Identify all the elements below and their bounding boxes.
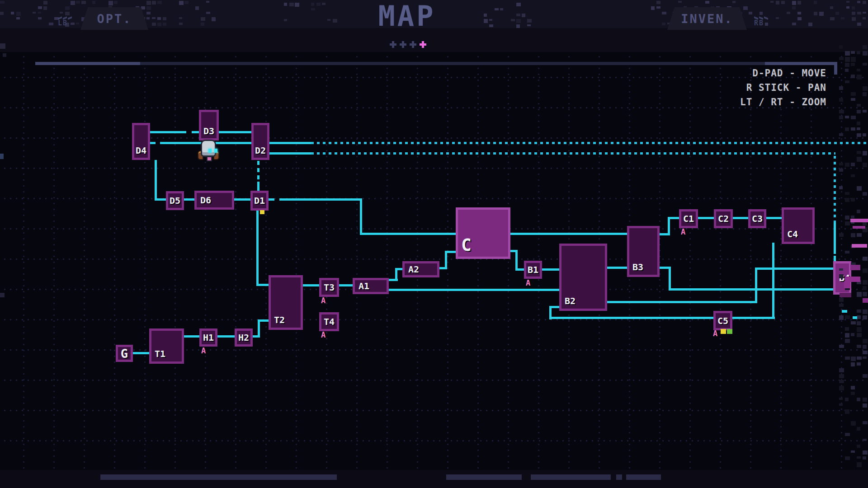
screen-edge-glitch [851, 392, 855, 395]
room-D6[interactable]: D6 [194, 191, 234, 210]
room-B1[interactable]: B1 [524, 261, 542, 279]
room-A2[interactable]: A2 [402, 261, 439, 277]
room-C[interactable]: C [456, 207, 510, 259]
room-C3[interactable]: C3 [748, 209, 766, 228]
a-marker-B1: A [526, 279, 530, 287]
room-label-D3: D3 [203, 127, 214, 136]
rb-label: RB [754, 21, 775, 25]
player-marker [198, 140, 219, 166]
screen-edge-glitch [0, 293, 5, 297]
a-marker-H1: A [201, 347, 206, 355]
screen-edge-glitch [857, 69, 860, 71]
room-B2[interactable]: B2 [559, 244, 607, 311]
screen-edge-glitch [857, 357, 862, 360]
room-C1[interactable]: C1 [679, 209, 698, 228]
screen-edge-glitch [851, 386, 855, 389]
map-corridor-line [269, 152, 311, 155]
room-G[interactable]: G [116, 345, 133, 362]
page-dot-active [420, 41, 426, 48]
header-glitch-pixels [33, 12, 36, 14]
header-glitch-pixels [651, 6, 655, 10]
screen-edge-glitch [857, 321, 861, 325]
header-glitch-pixels [814, 12, 817, 15]
screen-edge-glitch [857, 210, 860, 213]
screen-edge-glitch [857, 462, 862, 467]
map-screen: LB OPT. MAP INVEN. RB D-PAD - MOVE R STI… [0, 0, 868, 488]
screen-edge-glitch [839, 274, 844, 278]
room-D4[interactable]: D4 [132, 123, 150, 160]
map-frame-bar [834, 62, 837, 75]
map-corridor-line [606, 267, 628, 269]
room-D3[interactable]: D3 [199, 110, 219, 141]
map-corridor-line [764, 217, 783, 219]
room-C2[interactable]: C2 [714, 209, 733, 228]
header-glitch-pixels [38, 6, 42, 9]
map-corridor-line [155, 160, 157, 201]
room-H2[interactable]: H2 [235, 328, 253, 347]
tab-options[interactable]: OPT. [80, 7, 148, 30]
map-corridor-line [183, 335, 201, 338]
screen-edge-glitch [851, 216, 854, 218]
room-label-C1: C1 [683, 214, 694, 223]
lb-shoulder-button-icon: LB [58, 14, 79, 25]
header-glitch-pixels [92, 1, 95, 4]
room-label-B2: B2 [565, 296, 576, 305]
room-B3[interactable]: B3 [627, 226, 660, 277]
screen-edge-glitch [851, 421, 856, 426]
screen-edge-glitch [845, 433, 850, 436]
room-label-G: G [121, 347, 128, 360]
h-scrollbar-segment[interactable] [626, 474, 661, 480]
map-corridor-line [183, 198, 196, 201]
header-glitch-pixels [656, 6, 660, 9]
screen-edge-glitch [839, 345, 844, 348]
screen-edge-glitch [863, 351, 868, 354]
player-right-eye [214, 149, 217, 153]
room-A1[interactable]: A1 [353, 278, 389, 294]
room-label-C: C [461, 236, 472, 253]
header-glitch-pixels [152, 23, 156, 26]
screen-edge-glitch [863, 268, 868, 273]
room-C4[interactable]: C4 [782, 207, 815, 244]
header-glitch-pixels [500, 8, 503, 10]
room-T2[interactable]: T2 [269, 275, 303, 330]
h-scrollbar-segment[interactable] [446, 474, 522, 480]
room-C5[interactable]: C5 [713, 311, 732, 330]
a-marker-T3: A [321, 297, 326, 305]
screen-edge-glitch [857, 315, 861, 319]
screen-edge-glitch [857, 51, 860, 54]
room-H1[interactable]: H1 [199, 328, 217, 347]
screen-edge-glitch [863, 421, 868, 424]
screen-edge-glitch [863, 51, 868, 56]
h-scrollbar-segment[interactable] [616, 474, 622, 480]
header-glitch-pixels [857, 23, 861, 26]
header-glitch-pixels [749, 12, 752, 14]
header-glitch-pixels [295, 3, 299, 7]
map-corridor-line [155, 198, 167, 201]
map-frame-bar [765, 62, 834, 65]
tab-inventory[interactable]: INVEN. [667, 7, 747, 30]
map-corridor-line [269, 142, 311, 144]
page-title: MAP [357, 0, 457, 33]
room-T3[interactable]: T3 [319, 278, 339, 297]
screen-edge-glitch [845, 51, 850, 56]
room-T4[interactable]: T4 [319, 312, 339, 331]
room-D5[interactable]: D5 [166, 191, 184, 210]
h-scrollbar-segment[interactable] [100, 474, 337, 480]
map-viewport[interactable]: D4D3D2D5D6D1T2T3T4A1A2CB1B2B3C1C2C3C4C5G… [0, 52, 868, 470]
screen-edge-glitch [839, 233, 844, 237]
h-scrollbar-segment[interactable] [531, 474, 611, 480]
yellow-dot [260, 210, 264, 214]
room-D1[interactable]: D1 [250, 191, 269, 211]
room-label-D6: D6 [200, 196, 211, 205]
room-D2[interactable]: D2 [251, 123, 269, 160]
glitch-accent [850, 219, 868, 222]
map-corridor-line [360, 198, 362, 235]
map-corridor-line [668, 217, 670, 235]
room-label-C2: C2 [718, 214, 729, 223]
screen-edge-glitch [845, 198, 849, 202]
glitch-accent [853, 226, 865, 229]
screen-edge-glitch [845, 398, 849, 401]
header-glitch-pixels [527, 19, 532, 23]
room-T1[interactable]: T1 [149, 328, 184, 364]
map-corridor-line [233, 198, 252, 201]
